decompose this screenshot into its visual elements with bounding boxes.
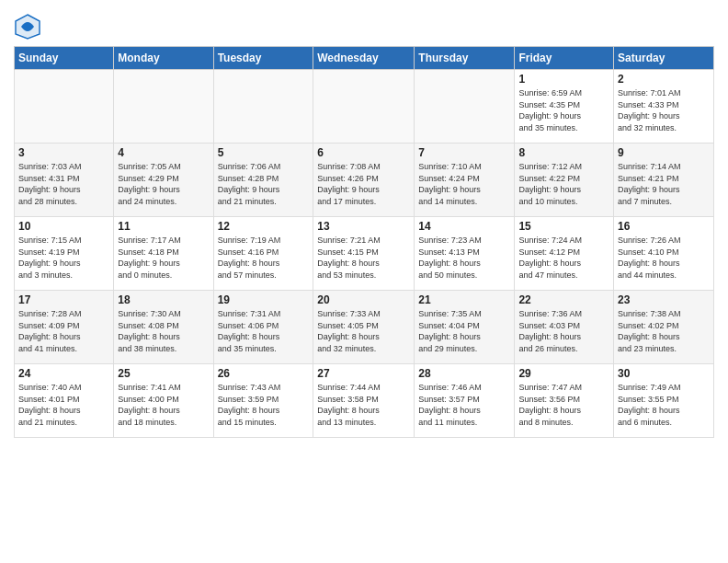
calendar-week-row: 24Sunrise: 7:40 AM Sunset: 4:01 PM Dayli… (15, 364, 714, 438)
day-info: Sunrise: 7:21 AM Sunset: 4:15 PM Dayligh… (317, 235, 410, 281)
day-number: 8 (518, 146, 609, 159)
day-number: 15 (518, 220, 609, 233)
weekday-header: Monday (114, 47, 213, 70)
day-number: 20 (317, 293, 410, 306)
logo-icon (14, 13, 41, 40)
calendar-week-row: 17Sunrise: 7:28 AM Sunset: 4:09 PM Dayli… (15, 291, 714, 364)
weekday-header: Wednesday (313, 47, 415, 70)
calendar-cell: 28Sunrise: 7:46 AM Sunset: 3:57 PM Dayli… (415, 364, 515, 438)
calendar-cell: 27Sunrise: 7:44 AM Sunset: 3:58 PM Dayli… (313, 364, 415, 438)
calendar-cell: 11Sunrise: 7:17 AM Sunset: 4:18 PM Dayli… (114, 217, 213, 291)
calendar-cell (415, 70, 515, 144)
day-info: Sunrise: 7:49 AM Sunset: 3:55 PM Dayligh… (618, 382, 710, 428)
day-info: Sunrise: 7:36 AM Sunset: 4:03 PM Dayligh… (518, 308, 609, 354)
day-info: Sunrise: 7:47 AM Sunset: 3:56 PM Dayligh… (518, 382, 609, 428)
calendar-cell: 10Sunrise: 7:15 AM Sunset: 4:19 PM Dayli… (15, 217, 114, 291)
day-number: 9 (618, 146, 710, 159)
day-number: 26 (218, 367, 310, 380)
day-number: 7 (418, 146, 510, 159)
day-number: 3 (18, 146, 109, 159)
calendar-cell: 25Sunrise: 7:41 AM Sunset: 4:00 PM Dayli… (114, 364, 213, 438)
calendar-cell: 13Sunrise: 7:21 AM Sunset: 4:15 PM Dayli… (313, 217, 415, 291)
day-number: 27 (317, 367, 410, 380)
day-number: 1 (518, 73, 609, 86)
day-number: 29 (518, 367, 609, 380)
weekday-header: Saturday (614, 47, 714, 70)
calendar-cell: 12Sunrise: 7:19 AM Sunset: 4:16 PM Dayli… (213, 217, 313, 291)
day-info: Sunrise: 7:12 AM Sunset: 4:22 PM Dayligh… (518, 161, 609, 207)
day-number: 4 (118, 146, 209, 159)
calendar-cell: 23Sunrise: 7:38 AM Sunset: 4:02 PM Dayli… (614, 291, 714, 364)
calendar-cell: 18Sunrise: 7:30 AM Sunset: 4:08 PM Dayli… (114, 291, 213, 364)
day-info: Sunrise: 7:01 AM Sunset: 4:33 PM Dayligh… (618, 87, 710, 133)
calendar-week-row: 1Sunrise: 6:59 AM Sunset: 4:35 PM Daylig… (15, 70, 714, 144)
calendar-week-row: 10Sunrise: 7:15 AM Sunset: 4:19 PM Dayli… (15, 217, 714, 291)
calendar-table: SundayMondayTuesdayWednesdayThursdayFrid… (14, 46, 714, 438)
day-number: 25 (118, 367, 209, 380)
calendar-cell: 22Sunrise: 7:36 AM Sunset: 4:03 PM Dayli… (515, 291, 614, 364)
day-info: Sunrise: 7:40 AM Sunset: 4:01 PM Dayligh… (18, 382, 109, 428)
calendar-cell: 8Sunrise: 7:12 AM Sunset: 4:22 PM Daylig… (515, 144, 614, 217)
day-number: 30 (618, 367, 710, 380)
day-number: 13 (317, 220, 410, 233)
day-info: Sunrise: 7:26 AM Sunset: 4:10 PM Dayligh… (618, 235, 710, 281)
day-number: 10 (18, 220, 109, 233)
calendar-cell: 9Sunrise: 7:14 AM Sunset: 4:21 PM Daylig… (614, 144, 714, 217)
day-info: Sunrise: 7:35 AM Sunset: 4:04 PM Dayligh… (418, 308, 510, 354)
day-info: Sunrise: 7:28 AM Sunset: 4:09 PM Dayligh… (18, 308, 109, 354)
calendar-cell: 30Sunrise: 7:49 AM Sunset: 3:55 PM Dayli… (614, 364, 714, 438)
day-number: 22 (518, 293, 609, 306)
day-info: Sunrise: 7:43 AM Sunset: 3:59 PM Dayligh… (218, 382, 310, 428)
day-info: Sunrise: 7:33 AM Sunset: 4:05 PM Dayligh… (317, 308, 410, 354)
day-number: 18 (118, 293, 209, 306)
day-number: 5 (218, 146, 310, 159)
calendar-cell (313, 70, 415, 144)
day-info: Sunrise: 7:05 AM Sunset: 4:29 PM Dayligh… (118, 161, 209, 207)
calendar-cell: 21Sunrise: 7:35 AM Sunset: 4:04 PM Dayli… (415, 291, 515, 364)
day-info: Sunrise: 7:30 AM Sunset: 4:08 PM Dayligh… (118, 308, 209, 354)
calendar-cell: 5Sunrise: 7:06 AM Sunset: 4:28 PM Daylig… (213, 144, 313, 217)
day-info: Sunrise: 7:17 AM Sunset: 4:18 PM Dayligh… (118, 235, 209, 281)
day-number: 24 (18, 367, 109, 380)
header (14, 9, 714, 40)
calendar-cell: 1Sunrise: 6:59 AM Sunset: 4:35 PM Daylig… (515, 70, 614, 144)
page: SundayMondayTuesdayWednesdayThursdayFrid… (0, 0, 728, 563)
calendar-cell: 17Sunrise: 7:28 AM Sunset: 4:09 PM Dayli… (15, 291, 114, 364)
day-info: Sunrise: 7:44 AM Sunset: 3:58 PM Dayligh… (317, 382, 410, 428)
calendar-cell: 15Sunrise: 7:24 AM Sunset: 4:12 PM Dayli… (515, 217, 614, 291)
calendar-cell (15, 70, 114, 144)
calendar-cell: 20Sunrise: 7:33 AM Sunset: 4:05 PM Dayli… (313, 291, 415, 364)
calendar-cell: 4Sunrise: 7:05 AM Sunset: 4:29 PM Daylig… (114, 144, 213, 217)
day-info: Sunrise: 7:38 AM Sunset: 4:02 PM Dayligh… (618, 308, 710, 354)
day-info: Sunrise: 7:31 AM Sunset: 4:06 PM Dayligh… (218, 308, 310, 354)
weekday-header: Thursday (415, 47, 515, 70)
weekday-header: Friday (515, 47, 614, 70)
calendar-cell (213, 70, 313, 144)
day-number: 23 (618, 293, 710, 306)
day-info: Sunrise: 7:14 AM Sunset: 4:21 PM Dayligh… (618, 161, 710, 207)
day-info: Sunrise: 7:15 AM Sunset: 4:19 PM Dayligh… (18, 235, 109, 281)
day-number: 19 (218, 293, 310, 306)
calendar-cell: 16Sunrise: 7:26 AM Sunset: 4:10 PM Dayli… (614, 217, 714, 291)
calendar-cell: 2Sunrise: 7:01 AM Sunset: 4:33 PM Daylig… (614, 70, 714, 144)
day-number: 16 (618, 220, 710, 233)
day-info: Sunrise: 7:41 AM Sunset: 4:00 PM Dayligh… (118, 382, 209, 428)
day-number: 17 (18, 293, 109, 306)
logo (14, 13, 45, 40)
calendar-cell: 26Sunrise: 7:43 AM Sunset: 3:59 PM Dayli… (213, 364, 313, 438)
weekday-header: Tuesday (213, 47, 313, 70)
weekday-header: Sunday (15, 47, 114, 70)
day-number: 28 (418, 367, 510, 380)
day-info: Sunrise: 7:23 AM Sunset: 4:13 PM Dayligh… (418, 235, 510, 281)
day-number: 21 (418, 293, 510, 306)
day-number: 6 (317, 146, 410, 159)
calendar-cell: 24Sunrise: 7:40 AM Sunset: 4:01 PM Dayli… (15, 364, 114, 438)
day-number: 14 (418, 220, 510, 233)
day-info: Sunrise: 7:10 AM Sunset: 4:24 PM Dayligh… (418, 161, 510, 207)
day-info: Sunrise: 7:24 AM Sunset: 4:12 PM Dayligh… (518, 235, 609, 281)
day-info: Sunrise: 7:19 AM Sunset: 4:16 PM Dayligh… (218, 235, 310, 281)
day-info: Sunrise: 7:46 AM Sunset: 3:57 PM Dayligh… (418, 382, 510, 428)
calendar-week-row: 3Sunrise: 7:03 AM Sunset: 4:31 PM Daylig… (15, 144, 714, 217)
calendar-cell: 19Sunrise: 7:31 AM Sunset: 4:06 PM Dayli… (213, 291, 313, 364)
calendar-cell: 7Sunrise: 7:10 AM Sunset: 4:24 PM Daylig… (415, 144, 515, 217)
